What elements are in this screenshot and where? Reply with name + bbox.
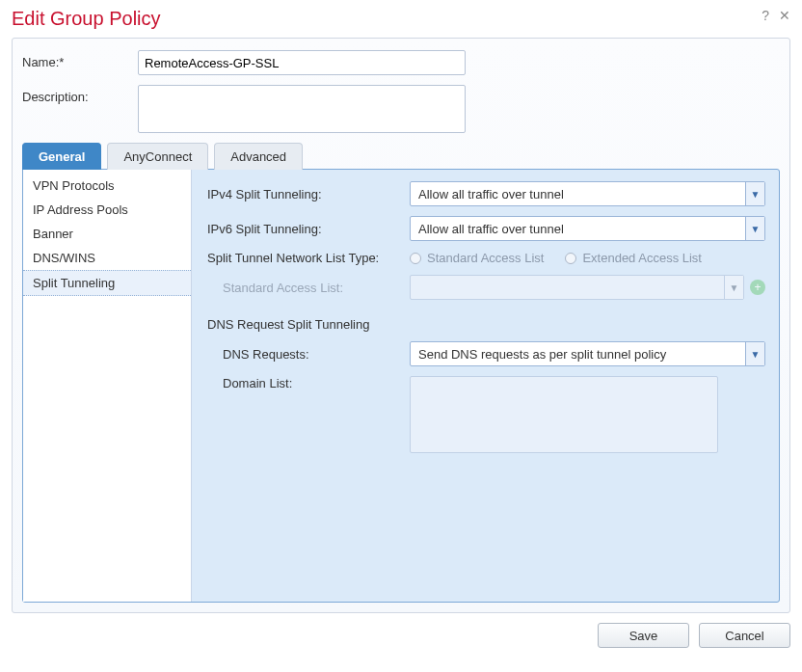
domain-list-box[interactable] (410, 376, 718, 453)
standard-acl-label: Standard Access List: (207, 281, 410, 295)
description-label: Description: (22, 85, 138, 104)
ipv4-split-tunneling-value: Allow all traffic over tunnel (418, 187, 564, 202)
chevron-down-icon: ▼ (745, 217, 764, 240)
cancel-button[interactable]: Cancel (699, 623, 790, 648)
close-icon[interactable]: ✕ (779, 8, 790, 23)
name-label: Name:* (22, 50, 138, 69)
description-input[interactable] (138, 85, 466, 133)
add-icon[interactable]: + (750, 280, 765, 295)
chevron-down-icon: ▼ (745, 182, 764, 205)
dns-requests-label: DNS Requests: (207, 347, 410, 362)
dns-requests-value: Send DNS requests as per split tunnel po… (418, 347, 666, 362)
ipv6-split-tunneling-select[interactable]: Allow all traffic over tunnel ▼ (410, 216, 765, 241)
dns-request-section-label: DNS Request Split Tunneling (207, 317, 765, 332)
radio-standard-access-list: Standard Access List (410, 251, 544, 265)
radio-extended-access-list: Extended Access List (565, 251, 702, 265)
tab-general[interactable]: General (22, 143, 101, 170)
ipv4-split-tunneling-label: IPv4 Split Tunneling: (207, 187, 410, 202)
chevron-down-icon: ▼ (745, 342, 764, 365)
sidebar-item-dns-wins[interactable]: DNS/WINS (23, 246, 191, 270)
radio-icon (410, 253, 421, 264)
chevron-down-icon: ▼ (724, 276, 743, 299)
dns-requests-select[interactable]: Send DNS requests as per split tunnel po… (410, 341, 765, 366)
sidebar-item-split-tunneling[interactable]: Split Tunneling (23, 270, 191, 296)
ipv4-split-tunneling-select[interactable]: Allow all traffic over tunnel ▼ (410, 181, 765, 206)
help-icon[interactable]: ? (762, 8, 769, 23)
ipv6-split-tunneling-label: IPv6 Split Tunneling: (207, 222, 410, 236)
ipv6-split-tunneling-value: Allow all traffic over tunnel (418, 222, 564, 236)
tab-advanced[interactable]: Advanced (214, 143, 303, 170)
sidebar-item-banner[interactable]: Banner (23, 222, 191, 246)
domain-list-label: Domain List: (207, 376, 410, 390)
radio-icon (565, 253, 576, 264)
sidebar: VPN Protocols IP Address Pools Banner DN… (23, 170, 192, 602)
tab-anyconnect[interactable]: AnyConnect (107, 143, 208, 170)
sidebar-item-ip-address-pools[interactable]: IP Address Pools (23, 198, 191, 222)
network-list-type-label: Split Tunnel Network List Type: (207, 251, 410, 265)
name-input[interactable] (138, 50, 466, 75)
standard-acl-select: ▼ (410, 275, 744, 300)
save-button[interactable]: Save (598, 623, 689, 648)
dialog-title: Edit Group Policy (12, 8, 161, 30)
sidebar-item-vpn-protocols[interactable]: VPN Protocols (23, 174, 191, 198)
